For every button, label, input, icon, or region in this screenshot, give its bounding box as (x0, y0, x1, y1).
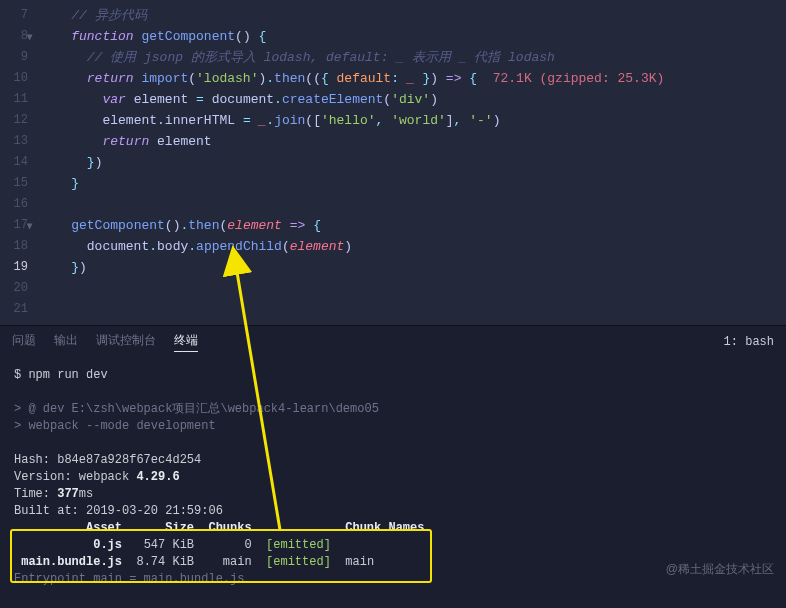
code-line: }) (40, 152, 786, 173)
line-number: 18 (0, 236, 28, 257)
code-line: element.innerHTML = _.join(['hello', 'wo… (40, 110, 786, 131)
code-line: }) (40, 257, 786, 278)
code-line: } (40, 173, 786, 194)
fold-icon[interactable]: ▶ (19, 34, 40, 40)
code-line: ▶ function getComponent() { (40, 26, 786, 47)
watermark: @稀土掘金技术社区 (666, 561, 774, 578)
code-line: document.body.appendChild(element) (40, 236, 786, 257)
code-line: return import('lodash').then(({ default:… (40, 68, 786, 89)
fold-icon[interactable]: ▶ (19, 223, 40, 229)
panel-tab[interactable]: 调试控制台 (96, 332, 156, 352)
line-number: 21 (0, 299, 28, 320)
code-line: // 异步代码 (40, 5, 786, 26)
code-line (40, 278, 786, 299)
editor: 789101112131415161718192021 // 异步代码 ▶ fu… (0, 0, 786, 325)
line-number: 20 (0, 278, 28, 299)
code-line: // 使用 jsonp 的形式导入 lodash, default: _ 表示用… (40, 47, 786, 68)
code-area[interactable]: // 异步代码 ▶ function getComponent() { // 使… (40, 0, 786, 325)
code-line: ▶ getComponent().then(element => { (40, 215, 786, 236)
panel-tab[interactable]: 终端 (174, 332, 198, 352)
code-line: return element (40, 131, 786, 152)
panel-tab[interactable]: 输出 (54, 332, 78, 352)
line-number: 15 (0, 173, 28, 194)
line-number: 16 (0, 194, 28, 215)
size-hint: 72.1K (gzipped: 25.3K) (477, 71, 664, 86)
code-line (40, 194, 786, 215)
line-number: 11 (0, 89, 28, 110)
line-number: 9 (0, 47, 28, 68)
comment: // 使用 jsonp 的形式导入 lodash, default: _ 表示用… (87, 50, 555, 65)
line-number: 7 (0, 5, 28, 26)
code-line: var element = document.createElement('di… (40, 89, 786, 110)
line-number: 19 (0, 257, 28, 278)
line-gutter: 789101112131415161718192021 (0, 0, 40, 325)
line-number: 10 (0, 68, 28, 89)
panel-tab[interactable]: 问题 (12, 332, 36, 352)
comment: // 异步代码 (71, 8, 146, 23)
line-number: 13 (0, 131, 28, 152)
panel-tabs: 问题输出调试控制台终端 1: bash (0, 325, 786, 357)
line-number: 12 (0, 110, 28, 131)
line-number: 14 (0, 152, 28, 173)
terminal-selector[interactable]: 1: bash (724, 335, 774, 349)
terminal-output: $ npm run dev > @ dev E:\zsh\webpack项目汇总… (14, 367, 772, 588)
